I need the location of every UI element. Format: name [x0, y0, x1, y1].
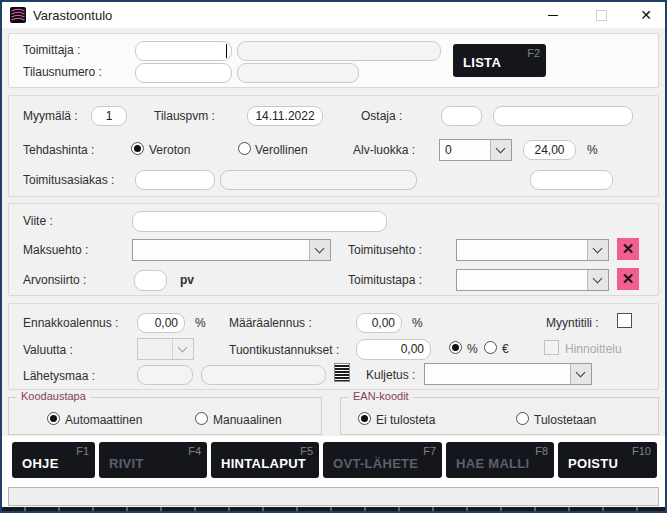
- discount-section: Ennakkoalennus : 0,00 % Määräalennus : 0…: [8, 303, 659, 390]
- maaraalennus-input[interactable]: 0,00: [356, 313, 402, 333]
- maximize-button[interactable]: [588, 2, 614, 28]
- automaattinen-radio[interactable]: [47, 412, 60, 425]
- arvonsiirto-input[interactable]: [134, 270, 167, 291]
- toimitusehto-clear-button[interactable]: ✕: [617, 238, 639, 260]
- poistu-button-fkey: F10: [632, 445, 651, 457]
- text-caret: [226, 44, 227, 58]
- maaraalennus-label: Määräalennus :: [229, 316, 312, 330]
- tehdashinta-label: Tehdashinta :: [23, 143, 94, 157]
- verollinen-radio[interactable]: [238, 142, 251, 155]
- hintalaput-button-fkey: F5: [300, 445, 313, 457]
- clear-x-icon: ✕: [622, 270, 635, 288]
- rivit-button-fkey: F4: [188, 445, 201, 457]
- ei-tulosteta-label: Ei tulosteta: [376, 413, 435, 427]
- toimitusasiakas-name-field: [220, 170, 417, 190]
- maksuehto-select[interactable]: [132, 239, 331, 261]
- ennakkoalennus-label: Ennakkoalennus :: [23, 316, 118, 330]
- maaraalennus-percent-sign: %: [412, 316, 423, 330]
- window-title: Varastoontulo: [33, 8, 112, 23]
- alv-luokka-select[interactable]: 0: [439, 139, 512, 161]
- toimitustapa-clear-button[interactable]: ✕: [617, 268, 639, 290]
- country-list-icon[interactable]: [334, 363, 350, 382]
- tulostetaan-radio[interactable]: [516, 412, 529, 425]
- alv-luokka-value: 0: [445, 143, 452, 157]
- app-icon: [10, 7, 26, 23]
- tuonti-percent-radio[interactable]: [449, 341, 462, 354]
- tilauspvm-input[interactable]: 14.11.2022: [247, 106, 323, 126]
- toimitusehto-select[interactable]: [456, 239, 609, 261]
- lista-button-fkey: F2: [527, 47, 540, 59]
- toimitusasiakas-code-input[interactable]: [135, 170, 215, 190]
- toimitusasiakas-label: Toimitusasiakas :: [23, 173, 114, 187]
- poistu-button[interactable]: POISTU F10: [558, 442, 657, 478]
- chevron-down-icon: [490, 140, 511, 160]
- tulostetaan-label: Tulostetaan: [534, 413, 596, 427]
- minimize-icon: [548, 15, 558, 16]
- ean-koodit-group-title: EAN-koodit: [349, 390, 413, 402]
- close-button[interactable]: ✕: [632, 2, 660, 28]
- lista-button-label: LISTA: [463, 55, 501, 70]
- myymala-label: Myymälä :: [23, 109, 78, 123]
- myyntitili-label: Myyntitili :: [546, 316, 599, 330]
- toimitustapa-select[interactable]: [456, 269, 609, 291]
- rivit-button-label: RIVIT: [109, 456, 144, 471]
- maximize-icon: [596, 10, 607, 21]
- hae-malli-button: HAE MALLI F8: [446, 442, 554, 478]
- hintalaput-button[interactable]: HINTALAPUT F5: [211, 442, 319, 478]
- tilausnumero-input[interactable]: [135, 63, 232, 83]
- chevron-down-icon: [172, 339, 193, 359]
- alv-percent-input[interactable]: 24,00: [523, 140, 576, 160]
- maksuehto-label: Maksuehto :: [23, 243, 88, 257]
- toimittaja-code-input[interactable]: [135, 41, 232, 61]
- ohje-button[interactable]: OHJE F1: [12, 442, 95, 478]
- myymala-input[interactable]: 1: [91, 106, 127, 126]
- toimitusasiakas-extra-input[interactable]: [530, 170, 613, 190]
- lista-button[interactable]: LISTA F2: [453, 44, 546, 77]
- clear-x-icon: ✕: [622, 240, 635, 258]
- terms-section: Viite : Maksuehto : Toimitusehto : ✕ Arv…: [8, 203, 659, 296]
- hinnoittelu-label: Hinnoittelu: [565, 342, 622, 356]
- pv-label: pv: [180, 273, 194, 287]
- varastoontulo-window: Varastoontulo ✕ Toimittaja : Tilausnumer…: [0, 0, 667, 513]
- viite-input[interactable]: [132, 211, 387, 232]
- tilausnumero-label: Tilausnumero :: [23, 65, 102, 79]
- kuljetus-select[interactable]: [424, 363, 592, 385]
- manuaalinen-radio[interactable]: [195, 412, 208, 425]
- myyntitili-checkbox[interactable]: [617, 313, 632, 328]
- ennakkoalennus-input[interactable]: 0,00: [137, 313, 185, 333]
- ostaja-label: Ostaja :: [361, 109, 402, 123]
- ei-tulosteta-radio[interactable]: [358, 412, 371, 425]
- ohje-button-fkey: F1: [76, 445, 89, 457]
- background-window-strip: [2, 507, 665, 511]
- tilausnumero-extra-field: [237, 63, 359, 83]
- close-icon: ✕: [640, 7, 652, 23]
- toimitusehto-label: Toimitusehto :: [348, 243, 422, 257]
- arvonsiirto-label: Arvonsiirto :: [23, 273, 86, 287]
- hinnoittelu-checkbox: [544, 340, 559, 355]
- chevron-down-icon: [587, 240, 608, 260]
- verollinen-label: Verollinen: [255, 143, 308, 157]
- tuonti-euro-radio[interactable]: [484, 341, 497, 354]
- alv-percent-sign: %: [587, 143, 598, 157]
- tuontikustannukset-label: Tuontikustannukset :: [229, 343, 339, 357]
- veroton-radio[interactable]: [131, 142, 144, 155]
- minimize-button[interactable]: [540, 2, 566, 28]
- ohje-button-label: OHJE: [22, 456, 59, 471]
- ean-koodit-group: EAN-koodit Ei tulosteta Tulostetaan: [340, 397, 659, 435]
- lahetysmaa-code-field: [137, 365, 193, 385]
- lahetysmaa-label: Lähetysmaa :: [23, 369, 95, 383]
- lahetysmaa-name-field: [201, 365, 326, 385]
- manuaalinen-label: Manuaalinen: [213, 413, 282, 427]
- tuonti-euro-label: €: [502, 342, 509, 356]
- tuonti-percent-label: %: [467, 342, 478, 356]
- koodaustapa-group-title: Koodaustapa: [17, 390, 90, 402]
- ostaja-name-input[interactable]: [493, 106, 633, 126]
- tuontikustannukset-input[interactable]: 0,00: [356, 339, 431, 360]
- hintalaput-button-label: HINTALAPUT: [221, 456, 306, 471]
- ovt-lahete-button-label: OVT-LÄHETE: [333, 456, 418, 471]
- titlebar: Varastoontulo ✕: [2, 2, 665, 28]
- ostaja-code-input[interactable]: [441, 106, 482, 126]
- hae-malli-button-label: HAE MALLI: [456, 456, 529, 471]
- hae-malli-button-fkey: F8: [535, 445, 548, 457]
- automaattinen-label: Automaattinen: [65, 413, 142, 427]
